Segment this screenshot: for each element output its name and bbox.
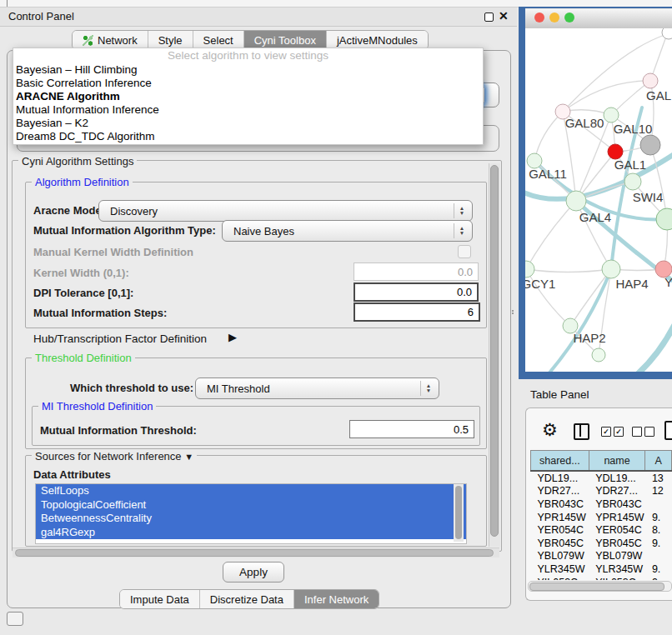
bottom-tab-discretize-data[interactable]: Discretize Data [200, 590, 294, 608]
hub-section-label[interactable]: Hub/Transcription Factor Definition [33, 332, 207, 345]
mi-threshold-label: Mutual Information Threshold: [40, 424, 197, 437]
new-table-icon[interactable] [664, 421, 672, 440]
tab-style[interactable]: Style [148, 31, 193, 49]
gear-icon[interactable]: ⚙ [542, 420, 558, 440]
table-row[interactable]: YER054CYER054C8. [531, 523, 672, 537]
table-row[interactable]: YPR145WYPR145W9. [531, 511, 672, 524]
dpi-tolerance-input[interactable]: 0.0 [354, 282, 479, 302]
table-cell: 13 [645, 471, 672, 485]
mi-type-label: Mutual Information Algorithm Type: [33, 224, 216, 237]
attribute-item[interactable]: gal4RGexp [36, 526, 466, 540]
which-threshold-value: MI Threshold [196, 382, 420, 395]
network-node[interactable] [592, 348, 605, 362]
apply-button[interactable]: Apply [223, 562, 284, 582]
network-node[interactable] [640, 135, 660, 155]
network-node-gal10[interactable] [604, 108, 619, 122]
network-canvas[interactable]: GALGAL80GAL10GAL1GAL11SWI4GAL4GCY1HAP4YH… [525, 28, 672, 372]
table-row[interactable]: YLR345WYLR345W9. [531, 562, 672, 576]
panel-splitter-grip[interactable] [511, 309, 515, 315]
deselect-all-icon[interactable] [632, 427, 642, 437]
settings-scrollbar-thumb[interactable] [490, 165, 499, 537]
mi-threshold-input[interactable]: 0.5 [349, 420, 474, 438]
window-close-traffic-icon[interactable] [534, 12, 544, 22]
network-node-gcy1[interactable] [525, 261, 534, 278]
window-minimize-traffic-icon[interactable] [549, 12, 559, 22]
which-threshold-combobox[interactable]: MI Threshold ▲▼ [195, 378, 439, 399]
float-window-icon[interactable] [484, 12, 494, 22]
close-icon[interactable]: ✕ [499, 9, 509, 22]
table-hscrollbar-thumb[interactable] [529, 582, 664, 591]
manual-kernel-checkbox[interactable] [458, 245, 471, 258]
kernel-width-input[interactable]: 0.0 [354, 262, 479, 281]
bottom-tab-impute-data[interactable]: Impute Data [120, 590, 200, 608]
split-columns-icon[interactable] [574, 423, 589, 440]
algorithm-option[interactable]: Dream8 DC_TDC Algorithm [13, 130, 483, 143]
algorithm-option[interactable]: Bayesian – Hill Climbing [13, 63, 483, 77]
restore-panel-icon[interactable] [7, 612, 23, 626]
window-zoom-traffic-icon[interactable] [564, 12, 574, 22]
table-row[interactable]: YBR043CYBR043C [531, 498, 672, 511]
table-column-header[interactable]: A [645, 451, 672, 472]
table-cell: YER054C [589, 523, 645, 537]
table-row[interactable]: YBR045CYBR045C9. [531, 537, 672, 550]
combo-stepper-icon: ▲▼ [454, 223, 469, 238]
algorithm-option[interactable]: Mutual Information Inference [13, 103, 483, 117]
settings-hscrollbar-thumb[interactable] [15, 549, 494, 557]
network-edge [526, 269, 611, 272]
aracne-mode-value: Discovery [99, 205, 454, 218]
node-label: GAL [646, 88, 671, 102]
mi-steps-label: Mutual Information Steps: [33, 307, 167, 319]
deselect-all-icon[interactable] [644, 427, 654, 437]
table-cell: 9. [645, 511, 672, 524]
network-edge [604, 320, 672, 372]
combo-stepper-icon: ▲▼ [454, 203, 469, 218]
table-cell: 9. [645, 562, 672, 576]
attribute-item[interactable]: SelfLoops [36, 484, 466, 498]
algorithm-option[interactable]: ARACNE Algorithm [13, 90, 483, 103]
table-column-header[interactable]: name [589, 451, 645, 472]
network-node-hap4[interactable] [602, 260, 620, 278]
table-row[interactable]: YIL053CYIL053C9 [531, 576, 672, 580]
node-label: GAL11 [529, 167, 567, 181]
node-table: shared...nameAYDL19...YDL19...13YDR27...… [530, 450, 672, 580]
node-label: HAP2 [573, 331, 605, 345]
tab-jactivemnodules[interactable]: jActiveMNodules [327, 31, 428, 49]
tab-network[interactable]: Network [73, 31, 148, 49]
network-node-swi4[interactable] [624, 173, 641, 190]
table-row[interactable]: YBL079WYBL079W [531, 550, 672, 563]
select-all-check-icon[interactable]: ✓ [614, 427, 624, 437]
network-graph[interactable]: GALGAL80GAL10GAL1GAL11SWI4GAL4GCY1HAP4YH… [525, 28, 672, 372]
network-node-gal[interactable] [643, 73, 658, 88]
aracne-mode-combobox[interactable]: Discovery ▲▼ [98, 200, 473, 222]
table-column-header[interactable]: shared... [531, 451, 589, 472]
sources-group-title[interactable]: Sources for Network Inference ▼ [32, 450, 197, 462]
node-label: GCY1 [525, 277, 555, 291]
table-row[interactable]: YDL19...YDL19...13 [531, 471, 672, 485]
mi-type-combobox[interactable]: Naive Bayes ▲▼ [222, 220, 473, 242]
collapse-right-icon[interactable]: ▶ [228, 331, 237, 343]
network-node[interactable] [656, 208, 672, 230]
network-window-titlebar[interactable] [525, 8, 672, 29]
bottom-tab-infer-network[interactable]: Infer Network [294, 590, 379, 608]
dpi-tolerance-label: DPI Tolerance [0,1]: [33, 287, 133, 299]
table-row[interactable]: YDR27...YDR27...12 [531, 485, 672, 498]
network-node-gal4[interactable] [566, 191, 586, 211]
algorithm-placeholder: Select algorithm to view settings [13, 48, 483, 63]
select-all-check-icon[interactable]: ✓ [601, 427, 611, 437]
algorithm-option[interactable]: Basic Correlation Inference [13, 77, 483, 90]
kernel-width-label: Kernel Width (0,1): [33, 267, 129, 279]
node-label: Y [664, 275, 672, 289]
attribute-item[interactable]: TopologicalCoefficient [36, 498, 466, 512]
tab-cyni-toolbox[interactable]: Cyni Toolbox [244, 31, 327, 49]
algorithm-option[interactable]: Bayesian – K2 [13, 117, 483, 130]
network-node[interactable] [662, 28, 672, 39]
attributes-scrollbar-thumb[interactable] [455, 486, 462, 539]
mi-steps-input[interactable]: 6 [354, 302, 480, 322]
table-cell: YDL19... [589, 471, 645, 485]
table-cell: YPR145W [531, 511, 589, 524]
attribute-item[interactable]: BetweennessCentrality [36, 512, 466, 526]
node-label: GAL1 [614, 158, 646, 172]
tab-select[interactable]: Select [193, 31, 244, 49]
control-panel-title: Control Panel [8, 10, 74, 22]
data-attributes-list[interactable]: SelfLoopsTopologicalCoefficientBetweenne… [35, 483, 467, 544]
